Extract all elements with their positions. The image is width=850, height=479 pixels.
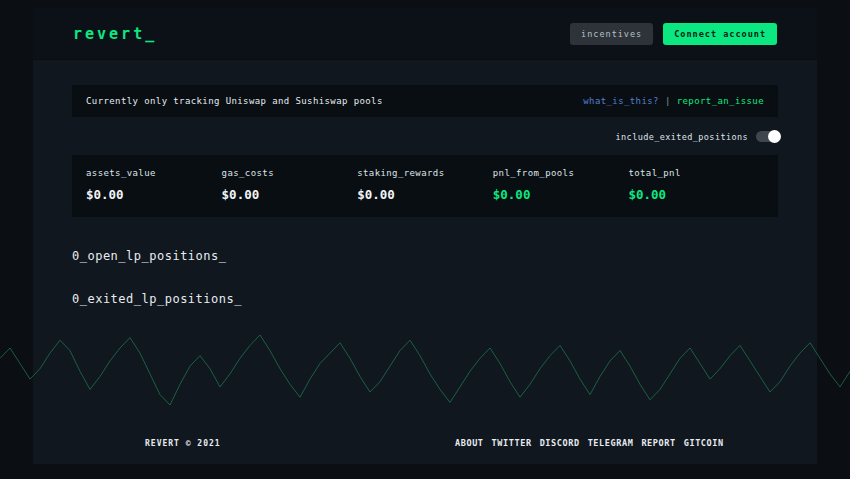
tracking-info-banner: Currently only tracking Uniswap and Sush… xyxy=(72,85,778,117)
header: revert_ incentives Connect account xyxy=(33,8,817,60)
stat-pnl-from-pools: pnl_from_pools $0.00 xyxy=(493,168,629,202)
stat-label: assets_value xyxy=(86,168,222,178)
stat-value: $0.00 xyxy=(493,187,629,202)
footer-link-twitter[interactable]: TWITTER xyxy=(492,438,532,448)
footer-link-telegram[interactable]: TELEGRAM xyxy=(588,438,634,448)
stat-label: total_pnl xyxy=(628,168,764,178)
footer-link-discord[interactable]: DISCORD xyxy=(540,438,580,448)
toggle-knob xyxy=(768,130,781,143)
stat-total-pnl: total_pnl $0.00 xyxy=(628,168,764,202)
stat-gas-costs: gas_costs $0.00 xyxy=(222,168,358,202)
tracking-info-text: Currently only tracking Uniswap and Sush… xyxy=(86,96,383,106)
open-lp-positions-heading: 0_open_lp_positions_ xyxy=(72,249,817,263)
incentives-button[interactable]: incentives xyxy=(570,23,653,45)
include-exited-positions-toggle[interactable] xyxy=(756,131,780,142)
toggle-label: include_exited_positions xyxy=(616,132,748,142)
stat-label: pnl_from_pools xyxy=(493,168,629,178)
exited-lp-positions-heading: 0_exited_lp_positions_ xyxy=(72,292,817,306)
footer-copyright: REVERT © 2021 xyxy=(145,439,221,448)
connect-account-button[interactable]: Connect account xyxy=(663,23,777,45)
header-actions: incentives Connect account xyxy=(570,23,777,45)
revert-logo[interactable]: revert_ xyxy=(73,25,157,43)
stat-value: $0.00 xyxy=(86,187,222,202)
stat-label: gas_costs xyxy=(222,168,358,178)
footer-links: ABOUT TWITTER DISCORD TELEGRAM REPORT GI… xyxy=(455,438,724,448)
stat-assets-value: assets_value $0.00 xyxy=(86,168,222,202)
stat-label: staking_rewards xyxy=(357,168,493,178)
stat-value: $0.00 xyxy=(357,187,493,202)
stat-value: $0.00 xyxy=(628,187,764,202)
stat-value: $0.00 xyxy=(222,187,358,202)
stat-staking-rewards: staking_rewards $0.00 xyxy=(357,168,493,202)
footer-link-report[interactable]: REPORT xyxy=(641,438,675,448)
portfolio-stats-panel: assets_value $0.00 gas_costs $0.00 staki… xyxy=(72,155,778,217)
report-an-issue-link[interactable]: report_an_issue xyxy=(677,96,764,106)
footer-link-gitcoin[interactable]: GITCOIN xyxy=(684,438,724,448)
banner-links: what_is_this? | report_an_issue xyxy=(583,96,764,106)
footer-link-about[interactable]: ABOUT xyxy=(455,438,484,448)
app-container: revert_ incentives Connect account Curre… xyxy=(33,8,817,464)
link-separator: | xyxy=(665,96,671,106)
exited-positions-toggle-row: include_exited_positions xyxy=(72,131,780,142)
what-is-this-link[interactable]: what_is_this? xyxy=(583,96,659,106)
